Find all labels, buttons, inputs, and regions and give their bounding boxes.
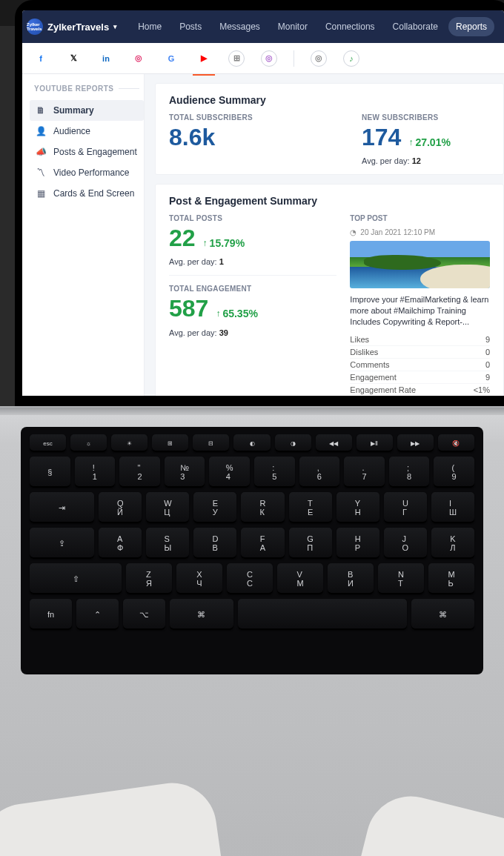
- key: ⇧: [30, 563, 122, 594]
- total-subscribers-stat: TOTAL SUBSCRIBERS 8.6k: [169, 113, 317, 165]
- key: IШ: [431, 492, 474, 523]
- nav-item-connections[interactable]: Connections: [318, 17, 382, 36]
- nav-items: HomePostsMessagesMonitorConnectionsColla…: [130, 12, 504, 42]
- stat-val: <1%: [474, 385, 490, 394]
- key: "2: [119, 457, 160, 488]
- stat-key: Comments: [350, 360, 389, 369]
- key: UГ: [384, 492, 427, 523]
- key: CС: [227, 563, 273, 594]
- app1-icon[interactable]: ⊞: [228, 50, 245, 67]
- key: AФ: [99, 528, 142, 559]
- megaphone-icon: 📣: [36, 147, 46, 157]
- sidebar-item-label: Posts & Engagement: [53, 147, 137, 157]
- keyboard: esc ☼ ☀ ⊞ ⊟ ◐ ◑ ◀◀ ▶Ⅱ ▶▶ 🔇 § !1 "2 №3 %4…: [21, 427, 483, 674]
- nav-item-posts[interactable]: Posts: [172, 17, 209, 36]
- arrow-up-icon: ↑: [216, 309, 220, 319]
- app2-icon[interactable]: ◎: [261, 50, 277, 67]
- nav-item-collaborate[interactable]: Collaborate: [385, 17, 445, 36]
- key: ⌃: [76, 599, 119, 630]
- laptop-hinge: [0, 408, 504, 415]
- facebook-icon[interactable]: f: [33, 50, 49, 67]
- key: SЫ: [146, 528, 189, 559]
- key: [238, 599, 407, 630]
- user-icon: 👤: [36, 126, 46, 136]
- key: ◑: [275, 434, 311, 452]
- nav-item-monitor[interactable]: Monitor: [271, 17, 315, 36]
- stat-val: 9: [485, 335, 490, 344]
- stat-sub-value: 12: [412, 156, 421, 165]
- key: §: [30, 457, 70, 488]
- document-icon: 🗎: [36, 105, 46, 116]
- top-navigation: Zylker Travels ZylkerTravels ▾ HomePosts…: [22, 10, 504, 43]
- stat-key: Dislikes: [350, 348, 378, 356]
- key: WЦ: [146, 492, 189, 523]
- key: QЙ: [99, 492, 142, 523]
- top-post-stat-row: Engagement Rate<1%: [350, 384, 490, 396]
- stat-label: TOTAL POSTS: [169, 214, 336, 222]
- app4-icon[interactable]: ♪: [343, 50, 359, 67]
- stat-sub: Avg. per day: 39: [169, 328, 336, 337]
- audience-summary-card: Audience Summary TOTAL SUBSCRIBERS 8.6k …: [155, 83, 504, 175]
- finger: [410, 840, 465, 856]
- x-twitter-icon[interactable]: 𝕏: [65, 50, 82, 67]
- stat-sub: Avg. per day: 1: [169, 257, 336, 266]
- key: !1: [75, 457, 116, 488]
- key: ZЯ: [126, 563, 172, 594]
- stat-sub-value: 1: [219, 257, 224, 266]
- youtube-icon[interactable]: ▶: [196, 50, 212, 67]
- key: DВ: [193, 528, 236, 559]
- iconbar-divider: [294, 50, 294, 67]
- delta-value: 27.01%: [415, 137, 450, 148]
- stat-key: Engagement Rate: [350, 385, 416, 394]
- sidebar-item-video-performance[interactable]: 〽Video Performance: [30, 162, 144, 183]
- key: fn: [30, 599, 72, 630]
- sidebar-section-title: YOUTUBE REPORTS: [30, 83, 144, 100]
- nav-item-messages[interactable]: Messages: [212, 17, 268, 36]
- google-icon[interactable]: G: [163, 50, 179, 67]
- top-post-panel: TOP POST ◔ 20 Jan 2021 12:10 PM Improve …: [350, 214, 490, 396]
- key: MЬ: [428, 563, 474, 594]
- key: ,6: [299, 457, 340, 488]
- key: ⌘: [170, 599, 233, 630]
- sidebar-item-audience[interactable]: 👤Audience: [30, 121, 144, 142]
- top-post-thumbnail[interactable]: [350, 241, 490, 288]
- key: ;8: [389, 457, 430, 488]
- screen-bezel: Zylker Travels ZylkerTravels ▾ HomePosts…: [15, 0, 504, 408]
- sidebar-item-posts-engagement[interactable]: 📣Posts & Engagement: [30, 142, 144, 162]
- clock-icon: ◔: [350, 228, 357, 236]
- stat-key: Engagement: [350, 373, 396, 382]
- key: ⊞: [152, 434, 188, 452]
- key: HР: [336, 528, 379, 559]
- key: (9: [434, 457, 474, 488]
- stat-val: 9: [485, 373, 490, 382]
- key: ⇪: [30, 528, 94, 559]
- sidebar-item-summary[interactable]: 🗎Summary: [30, 100, 144, 121]
- top-post-stat-row: Dislikes0: [350, 346, 490, 359]
- key: NТ: [378, 563, 424, 594]
- stat-label: TOTAL ENGAGEMENT: [169, 285, 336, 293]
- key: esc: [30, 434, 66, 452]
- stat-value: 587 ↑65.35%: [169, 296, 336, 322]
- top-post-stat-row: Likes9: [350, 334, 490, 346]
- brand-name: ZylkerTravels: [47, 21, 109, 33]
- sidebar-item-cards-end-screen[interactable]: ▦Cards & End Screen: [30, 183, 144, 204]
- instagram-icon[interactable]: ◎: [130, 50, 147, 67]
- new-subscribers-stat: NEW SUBSCRIBERS 174 ↑27.01% Avg. per day…: [362, 113, 504, 165]
- arrow-up-icon: ↑: [203, 239, 208, 248]
- app3-icon[interactable]: ◎: [311, 50, 327, 67]
- channel-icon-bar: f𝕏in◎G▶⊞◎◎♪: [22, 43, 504, 74]
- brand-logo-icon: Zylker Travels: [27, 19, 43, 35]
- key: ⌘: [411, 599, 475, 630]
- brand-switcher[interactable]: Zylker Travels ZylkerTravels ▾: [27, 19, 117, 35]
- delta-value: 65.35%: [222, 308, 257, 319]
- key: XЧ: [176, 563, 222, 594]
- key: ▶Ⅱ: [357, 434, 393, 452]
- nav-item-lead-forms[interactable]: Lead Forms: [497, 12, 504, 42]
- stat-value: 174 ↑27.01%: [362, 125, 504, 150]
- linkedin-icon[interactable]: in: [98, 50, 114, 67]
- main-content: Audience Summary TOTAL SUBSCRIBERS 8.6k …: [145, 74, 504, 396]
- key: GП: [289, 528, 332, 559]
- sidebar-item-label: Audience: [53, 126, 90, 136]
- nav-item-home[interactable]: Home: [130, 17, 169, 36]
- nav-item-reports[interactable]: Reports: [448, 17, 494, 36]
